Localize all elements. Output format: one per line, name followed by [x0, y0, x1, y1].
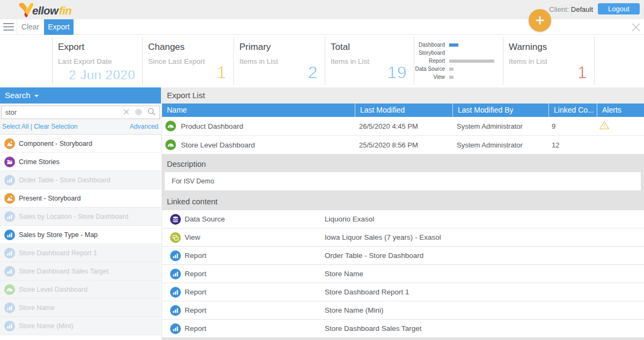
- yellowfin-logo: ellow fin: [18, 2, 79, 18]
- column-header-linked-content[interactable]: Linked Co...: [548, 104, 597, 117]
- sidebar-item[interactable]: Sales by Store Type - Map: [0, 226, 161, 244]
- chart-category-label: Dashboard: [414, 42, 445, 48]
- logo-word-yellow: fin: [59, 4, 71, 17]
- linked-content-list: Data SourceLiquorio Exasol ViewIowa Liqu…: [162, 210, 644, 338]
- linked-content-row[interactable]: ReportStore Dashboard Sales Target: [162, 320, 644, 338]
- sidebar-item-label: Store Dashboard Sales Target: [19, 268, 108, 275]
- description-title: Description: [167, 160, 644, 168]
- sidebar-item-label: Store Name (Mini): [19, 322, 73, 330]
- advanced-link[interactable]: Advanced: [130, 123, 158, 130]
- storyboard-icon: [4, 138, 15, 149]
- report-icon: [170, 305, 181, 316]
- export-table-body: Product Dashboard26/5/2020 4:45 PMSystem…: [162, 117, 644, 154]
- client-label-text: Client:: [549, 5, 569, 13]
- report-icon: [4, 321, 15, 331]
- select-all-link[interactable]: Select All | Clear Selection: [2, 123, 78, 130]
- sidebar-item[interactable]: Sales by Location - Store Dashboard: [0, 208, 161, 226]
- chart-bar: [449, 76, 453, 79]
- linked-content-row[interactable]: ReportStore Name (Mini): [162, 301, 644, 320]
- column-header-name[interactable]: Name: [162, 104, 355, 117]
- tab-export[interactable]: Export: [44, 19, 74, 35]
- add-button[interactable]: [529, 9, 551, 32]
- report-icon: [4, 211, 15, 222]
- search-results-list: Component - Storyboard Crime Stories Ord…: [0, 135, 161, 335]
- linked-content-row[interactable]: ReportStore Name: [162, 265, 644, 283]
- stat-panel-changes: Changes Since Last Export 1: [142, 37, 233, 85]
- row-last-modified: 26/5/2020 4:45 PM: [355, 122, 452, 130]
- main-panel: Export List Name Last Modified Last Modi…: [162, 87, 644, 340]
- linked-content-row[interactable]: ReportStore Dashboard Report 1: [162, 283, 644, 301]
- row-last-modified: 25/5/2020 8:56 PM: [355, 141, 452, 149]
- linked-content-row[interactable]: Data SourceLiquorio Exasol: [162, 210, 644, 228]
- menu-icon[interactable]: [3, 23, 14, 31]
- logout-button[interactable]: Logout: [598, 3, 640, 14]
- globe-icon[interactable]: [135, 108, 142, 116]
- chart-row: Data Source: [414, 65, 503, 73]
- stat-value: 2: [308, 63, 318, 83]
- logo-word-dark: ellow: [32, 4, 60, 17]
- sidebar-item[interactable]: Order Table - Store Dashboard: [0, 171, 161, 189]
- column-header-last-modified-by[interactable]: Last Modified By: [452, 104, 548, 117]
- search-links: Select All | Clear Selection Advanced: [0, 120, 161, 134]
- linked-name: Store Name: [325, 270, 363, 278]
- view-icon: [170, 232, 181, 243]
- stat-value: 2 Jun 2020: [69, 68, 135, 83]
- chart-category-label: Report: [414, 58, 445, 64]
- sidebar-item[interactable]: Present - Storyboard: [0, 189, 161, 208]
- report-icon: [170, 287, 181, 298]
- description-input[interactable]: [165, 172, 641, 190]
- report-icon: [4, 248, 15, 258]
- report-icon: [170, 269, 181, 279]
- report-icon: [170, 323, 181, 334]
- stat-title: Total: [331, 42, 414, 53]
- sidebar-item[interactable]: Store Dashboard Sales Target: [0, 262, 161, 280]
- sidebar-item[interactable]: Crime Stories: [0, 153, 161, 171]
- chevron-down-icon: [34, 95, 39, 97]
- chart-row: Storyboard: [414, 49, 503, 57]
- linked-name: Iowa Liquor Sales (7 years) - Exasol: [325, 233, 441, 241]
- client-value: Default: [571, 5, 593, 13]
- stat-value: 19: [387, 63, 407, 83]
- row-linked-count: 9: [548, 122, 597, 130]
- chart-bar: [449, 43, 458, 47]
- linked-type: Report: [185, 288, 207, 296]
- sidebar-item[interactable]: Store Level Dashboard: [0, 280, 161, 299]
- linked-content-row[interactable]: ViewIowa Liquor Sales (7 years) - Exasol: [162, 228, 644, 247]
- linked-content-row[interactable]: ReportOrder Table - Store Dashboard: [162, 247, 644, 265]
- column-header-alerts[interactable]: Alerts: [597, 104, 644, 117]
- sidebar-item-label: Present - Storyboard: [19, 195, 80, 202]
- report-icon: [4, 230, 15, 240]
- clear-search-icon[interactable]: [123, 109, 129, 115]
- datasource-icon: [170, 214, 181, 225]
- export-table-row[interactable]: Product Dashboard26/5/2020 4:45 PMSystem…: [162, 117, 644, 136]
- close-icon[interactable]: [632, 23, 640, 32]
- linked-type: Report: [185, 324, 207, 332]
- row-name: Store Level Dashboard: [181, 141, 255, 149]
- linked-type: Report: [185, 252, 207, 260]
- chart-row: Report: [414, 57, 503, 65]
- sidebar-item-label: Store Name: [19, 304, 55, 312]
- sidebar-item-label: Sales by Store Type - Map: [19, 231, 98, 239]
- linked-name: Order Table - Store Dashboard: [325, 252, 423, 260]
- linked-type: Report: [185, 306, 207, 314]
- report-icon: [4, 266, 15, 277]
- tab-clear[interactable]: Clear: [17, 19, 44, 35]
- column-header-last-modified[interactable]: Last Modified: [355, 104, 452, 117]
- linked-type: Data Source: [185, 215, 225, 223]
- stat-value: 1: [217, 63, 226, 83]
- chart-row: View: [414, 73, 503, 81]
- warning-icon[interactable]: [598, 120, 610, 132]
- sidebar-item[interactable]: Component - Storyboard: [0, 135, 161, 153]
- sidebar-item[interactable]: Store Name (Mini): [0, 317, 161, 335]
- search-panel-header[interactable]: Search: [0, 87, 161, 104]
- sidebar-item[interactable]: Store Name: [0, 299, 161, 317]
- chart-category-label: Data Source: [414, 66, 445, 72]
- export-table-row[interactable]: Store Level Dashboard25/5/2020 8:56 PMSy…: [162, 136, 644, 154]
- stat-title: Changes: [148, 42, 233, 53]
- export-table-header: Name Last Modified Last Modified By Link…: [162, 104, 644, 117]
- sidebar-item-label: Component - Storyboard: [19, 140, 92, 147]
- sidebar-item[interactable]: Store Dashboard Report 1: [0, 244, 161, 262]
- sidebar-item-label: Sales by Location - Store Dashboard: [19, 213, 128, 220]
- search-icon[interactable]: [148, 108, 156, 116]
- chart-bar: [449, 60, 494, 63]
